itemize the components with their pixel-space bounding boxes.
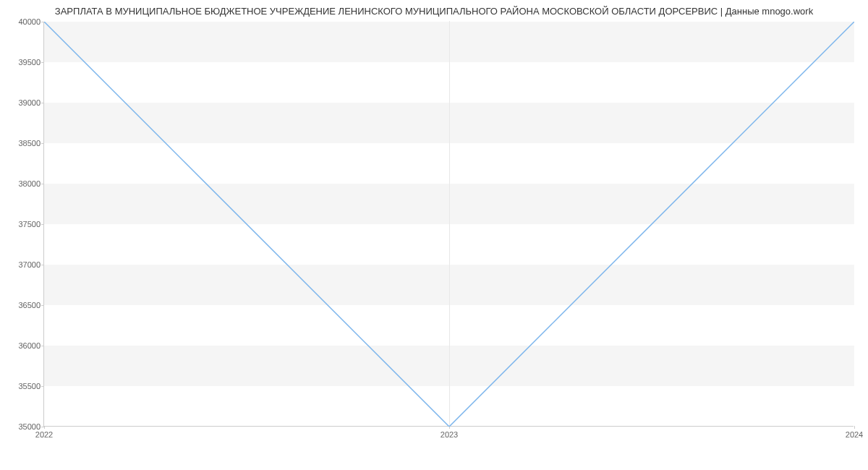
y-tick-label: 37500 (12, 220, 41, 228)
y-tick-label: 35500 (12, 382, 41, 390)
x-tick-label: 2024 (846, 430, 863, 439)
y-tick-label: 36000 (12, 341, 41, 350)
y-tick-label: 38000 (12, 179, 41, 188)
y-tick-label: 40000 (12, 17, 41, 26)
x-tick-label: 2022 (35, 430, 53, 439)
y-tick-label: 36500 (12, 301, 41, 309)
x-tick-label: 2023 (441, 430, 458, 439)
y-tick-label: 39000 (12, 98, 41, 107)
y-tick-label: 38500 (12, 139, 41, 148)
data-line (44, 22, 854, 427)
x-tick-mark (854, 426, 855, 429)
plot-area: 35000 35500 36000 36500 37000 37500 3800… (43, 22, 854, 427)
y-tick-label: 39500 (12, 58, 41, 67)
y-tick-label: 37000 (12, 260, 41, 269)
chart-container: 35000 35500 36000 36500 37000 37500 3800… (43, 22, 854, 441)
line-chart-svg (44, 22, 854, 427)
chart-title: ЗАРПЛАТА В МУНИЦИПАЛЬНОЕ БЮДЖЕТНОЕ УЧРЕЖ… (0, 0, 868, 17)
